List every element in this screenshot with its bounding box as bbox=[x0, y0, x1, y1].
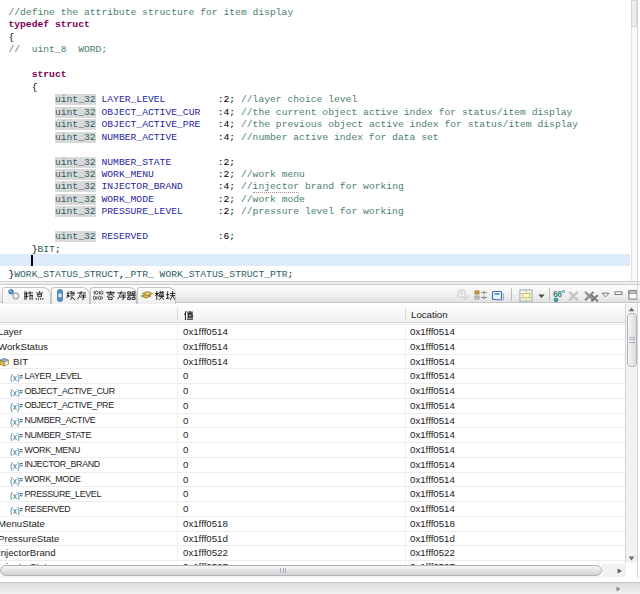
svg-text:(x): (x) bbox=[10, 402, 20, 412]
svg-text:(x): (x) bbox=[10, 388, 20, 398]
svg-text:(x): (x) bbox=[10, 506, 20, 516]
svg-text:(x): (x) bbox=[10, 432, 20, 442]
svg-text:(x): (x) bbox=[10, 373, 20, 383]
svg-text:(x): (x) bbox=[10, 491, 20, 501]
svg-text:(x): (x) bbox=[10, 461, 20, 471]
svg-text:(x): (x) bbox=[10, 447, 20, 457]
svg-text:(x): (x) bbox=[10, 476, 20, 486]
svg-text:(x): (x) bbox=[10, 417, 20, 427]
